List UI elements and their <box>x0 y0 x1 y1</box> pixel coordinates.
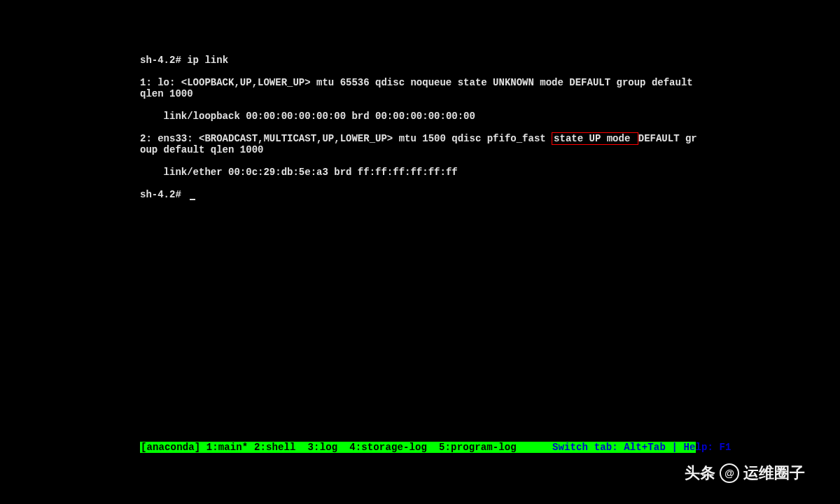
status-tabs[interactable]: [anaconda] 1:main* 2:shell 3:log 4:stora… <box>141 442 517 453</box>
prompt-line: sh-4.2# <box>140 189 700 200</box>
terminal-output[interactable]: sh-4.2# ip link 1: lo: <LOOPBACK,UP,LOWE… <box>140 43 700 211</box>
iface-ens33-link: link/ether 00:0c:29:db:5e:a3 brd ff:ff:f… <box>140 167 700 178</box>
command-text: ip link <box>187 55 228 66</box>
status-help: Switch tab: Alt+Tab | Help: F1 <box>552 442 732 453</box>
shell-prompt: sh-4.2# <box>140 55 181 66</box>
iface-lo-line: 1: lo: <LOOPBACK,UP,LOWER_UP> mtu 65536 … <box>140 77 700 99</box>
at-icon: @ <box>720 463 739 483</box>
anaconda-statusbar[interactable]: [anaconda] 1:main* 2:shell 3:log 4:stora… <box>140 442 696 453</box>
iface-lo-link: link/loopback 00:00:00:00:00:00 brd 00:0… <box>140 111 700 122</box>
iface-ens33-line: 2: ens33: <BROADCAST,MULTICAST,UP,LOWER_… <box>140 133 700 155</box>
cursor-icon <box>190 199 195 200</box>
watermark-right: 运维圈子 <box>743 468 805 479</box>
highlight-state-up: state UP mode <box>552 132 638 145</box>
command-line: sh-4.2# ip link <box>140 55 700 66</box>
shell-prompt: sh-4.2# <box>140 189 187 200</box>
watermark: 头条 @ 运维圈子 <box>685 463 805 483</box>
watermark-left: 头条 <box>685 468 715 479</box>
